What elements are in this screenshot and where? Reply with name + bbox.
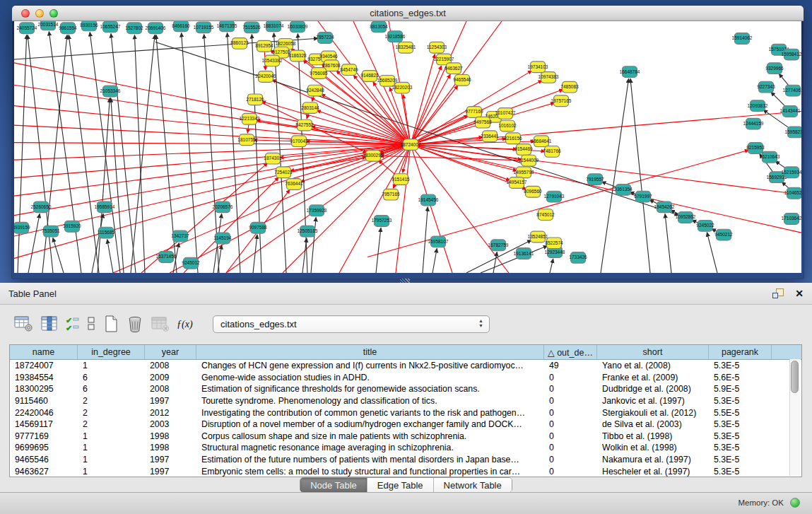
graph-node[interactable]: 8427552 [295,119,314,131]
graph-node[interactable]: 15958412 [782,49,801,60]
graph-node[interactable]: 17359928 [307,205,327,216]
table-row[interactable]: 977716911998Corpus callosum shape and si… [10,431,801,443]
graph-node[interactable]: 21053346 [100,86,121,97]
graph-node[interactable]: 9154469 [514,144,533,156]
column-header-pagerank[interactable]: pagerank [709,345,772,359]
graph-node[interactable]: 1527802 [125,23,143,34]
graph-node[interactable]: 12213343 [240,113,260,124]
graph-node[interactable]: 18325481 [396,42,416,53]
graph-node[interactable]: 8466160 [172,21,190,32]
table-row[interactable]: 911546021997Tourette syndrome. Phenomeno… [10,395,801,407]
graph-node[interactable]: 8216156 [504,133,522,144]
graph-node[interactable]: 9861554 [59,23,77,34]
tab-edge-table[interactable]: Edge Table [367,478,434,492]
tab-node-table[interactable]: Node Table [300,478,367,492]
graph-node[interactable]: 12093832 [748,100,768,112]
column-header-title[interactable]: title [196,345,544,359]
graph-node[interactable]: 17957253 [372,216,392,227]
graph-node[interactable]: 16782759 [488,240,509,251]
graph-node[interactable]: 9361354 [614,184,632,195]
function-builder-icon[interactable]: ƒ(x) [177,313,194,334]
graph-node[interactable]: 8215953 [746,143,765,154]
graph-node[interactable]: 19585914 [95,201,115,213]
network-canvas[interactable]: 2405572420031514986155489301561065524715… [14,21,801,273]
graph-node[interactable]: 16958107 [428,236,449,247]
close-panel-icon[interactable]: ✕ [795,288,804,298]
graph-node[interactable]: 9245012 [182,257,200,269]
graph-node[interactable]: 11544009 [519,155,539,166]
graph-node[interactable]: 1810755 [237,134,256,146]
graph-node[interactable]: 20031514 [38,21,59,30]
column-header-short[interactable]: short [597,345,709,359]
graph-node[interactable]: 18220203 [392,82,413,93]
graph-node[interactable]: 9497568 [473,117,492,128]
graph-node[interactable]: 9146821 [360,71,379,82]
graph-node[interactable]: 10107427 [495,108,516,119]
table-row[interactable]: 946554611997Estimation of the future num… [10,454,801,466]
graph-node[interactable]: 9227343 [757,81,775,93]
graph-node[interactable]: 12505185 [298,226,318,237]
table-row[interactable]: 946362711997Embryonic stem cells: a mode… [10,465,801,477]
network-select-dropdown[interactable]: citations_edges.txt ▲▼ [213,315,490,333]
graph-node[interactable]: 18684641 [531,136,552,147]
create-column-icon[interactable] [103,313,119,334]
graph-node[interactable]: 7535051 [42,226,60,237]
column-header-year[interactable]: year [145,345,196,359]
graph-node[interactable]: 18831074 [264,21,284,32]
graph-node[interactable]: 18724007 [401,139,421,151]
graph-node[interactable]: 7636441 [285,179,303,190]
graph-node[interactable]: 9151415 [392,174,410,185]
table-row[interactable]: 1456911722003Disruption of a novel membe… [10,419,801,431]
graph-node[interactable]: 19145456 [418,194,439,206]
graph-node[interactable]: 2718126 [246,94,264,105]
graph-node[interactable]: 2803144 [301,103,319,114]
graph-node[interactable]: 16033809 [288,21,308,33]
zoom-window-button[interactable] [49,9,58,18]
graph-node[interactable]: 8860123 [230,38,249,49]
graph-node[interactable]: 20691406 [146,23,166,34]
import-table-icon[interactable] [151,313,169,334]
graph-node[interactable]: 15958214 [785,127,801,138]
graph-node[interactable]: 7515526 [242,22,261,33]
table-options-icon[interactable] [14,313,33,334]
graph-node[interactable]: 14671355 [217,21,237,32]
tab-network-table[interactable]: Network Table [434,478,512,492]
graph-node[interactable]: 9329966 [765,63,784,74]
graph-node[interactable]: 25260650 [31,201,52,213]
graph-node[interactable]: 15914062 [732,33,753,45]
graph-node[interactable]: 16648784 [620,66,640,78]
window-titlebar[interactable]: citations_edges.txt [12,6,804,21]
scrollbar-thumb[interactable] [791,361,799,393]
table-row[interactable]: 2242004622012Investigating the contribut… [10,407,801,419]
graph-node[interactable]: 10543382 [262,55,283,66]
graph-node[interactable]: 19454262 [654,201,675,213]
graph-node[interactable]: 1342737 [171,230,189,242]
graph-node[interactable]: 10974383 [539,72,559,83]
graph-node[interactable]: 9756085 [310,68,328,79]
graph-node[interactable]: 14955798 [514,167,534,178]
graph-node[interactable]: 3915920 [63,221,81,232]
graph-node[interactable]: 2336441 [481,131,499,142]
graph-node[interactable]: 7485083 [560,81,579,93]
graph-node[interactable]: 1874301 [264,153,282,164]
column-header-out_degree[interactable]: △ out_de… [544,345,597,359]
show-columns-icon[interactable] [41,313,58,334]
graph-node[interactable]: 9777169 [465,107,483,118]
graph-node[interactable]: 9242848 [306,85,324,96]
graph-node[interactable]: 16210643 [760,151,780,163]
graph-node[interactable]: 10719155 [194,22,214,33]
graph-node[interactable]: 8522574 [545,238,563,249]
graph-node[interactable]: 12774061 [783,85,801,96]
graph-node[interactable]: 19734103 [528,62,548,73]
graph-node[interactable]: 12444159 [743,118,764,129]
graph-node[interactable]: 1733426 [569,252,587,264]
graph-node[interactable]: 16371456 [156,252,177,263]
graph-node[interactable]: 9170043 [290,136,308,147]
graph-node[interactable]: 8096560 [524,186,542,197]
table-row[interactable]: 1830029562008Estimation of significance … [10,383,801,395]
graph-node[interactable]: 8930156 [80,21,98,31]
graph-node[interactable]: 9463627 [445,63,463,74]
table-row[interactable]: 969969511998Structural magnetic resonanc… [10,442,801,454]
graph-node[interactable]: 22420046 [256,71,276,83]
graph-node[interactable]: 19218586 [385,31,406,42]
